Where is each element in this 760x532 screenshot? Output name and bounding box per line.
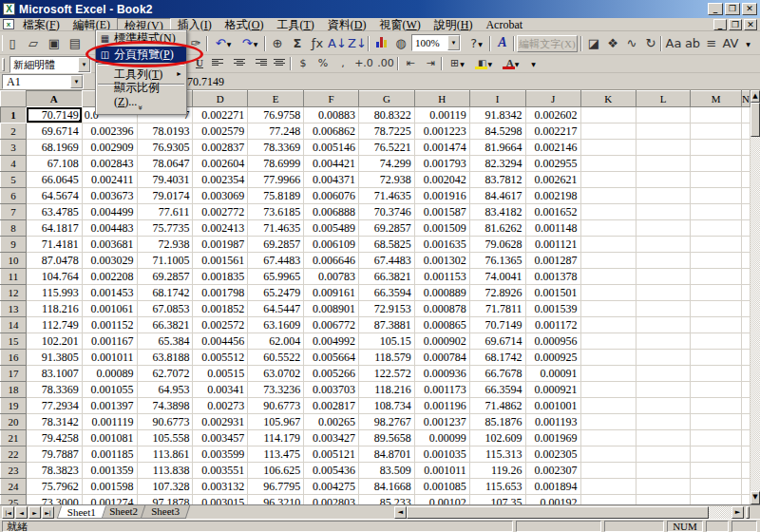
cell[interactable]: 105.15 <box>359 333 415 350</box>
wordart-shape-button[interactable]: ∿ <box>622 34 641 53</box>
cell[interactable]: 107.328 <box>137 479 193 495</box>
cell[interactable] <box>741 204 750 220</box>
cell[interactable]: 75.7962 <box>26 479 82 495</box>
cell[interactable] <box>741 446 750 463</box>
workbook-minimize-button[interactable]: _ <box>713 19 727 30</box>
cell[interactable]: 113.838 <box>137 463 193 479</box>
cell[interactable]: 0.002931 <box>193 414 248 430</box>
cell[interactable]: 108.734 <box>359 398 415 414</box>
free-rotate-button[interactable]: ↻ <box>641 34 660 53</box>
cell[interactable]: 0.001378 <box>525 269 580 285</box>
wordart-vertical-text-button[interactable]: ab <box>683 34 702 53</box>
workbook-restore-button[interactable]: ❐ <box>729 19 742 30</box>
row-header-20[interactable]: 20 <box>1 414 27 430</box>
cell[interactable] <box>580 366 636 382</box>
cell[interactable] <box>636 156 690 172</box>
sort-descending-button[interactable]: Z↓ <box>348 34 367 53</box>
cell[interactable] <box>741 107 750 124</box>
row-header-12[interactable]: 12 <box>1 285 27 301</box>
cell[interactable]: 0.00192 <box>525 495 580 505</box>
column-header-E[interactable]: E <box>248 91 304 107</box>
cell[interactable]: 0.002217 <box>525 124 580 140</box>
cell[interactable]: 90.6773 <box>137 414 193 430</box>
cell[interactable]: 0.00341 <box>193 382 248 398</box>
cell[interactable]: 75.7735 <box>137 220 193 237</box>
cell[interactable]: 0.006076 <box>304 188 359 204</box>
open-button[interactable]: ▱ <box>24 34 43 53</box>
cell[interactable]: 0.003599 <box>193 446 248 463</box>
cell[interactable]: 79.0628 <box>469 237 525 253</box>
cell[interactable] <box>580 253 636 269</box>
cell[interactable] <box>580 414 636 430</box>
cell[interactable] <box>741 188 750 204</box>
undo-button[interactable]: ↶▼ <box>211 34 236 53</box>
save-button[interactable]: ▣ <box>45 34 64 53</box>
cell[interactable]: 0.000925 <box>525 350 580 366</box>
cell[interactable] <box>636 140 690 156</box>
cell[interactable]: 79.7887 <box>26 446 82 463</box>
row-header-6[interactable]: 6 <box>1 188 27 204</box>
cell[interactable]: 0.004275 <box>304 479 359 495</box>
cell[interactable]: 69.6714 <box>26 124 82 140</box>
cell[interactable]: 0.002572 <box>193 317 248 333</box>
cell[interactable]: 0.009161 <box>304 285 359 301</box>
vertical-scrollbar[interactable]: ▲ ▼ <box>750 90 760 504</box>
cell[interactable]: 69.2857 <box>248 237 304 253</box>
cell[interactable]: 0.001474 <box>414 140 469 156</box>
row-header-24[interactable]: 24 <box>1 479 27 495</box>
cell[interactable]: 0.006646 <box>304 253 359 269</box>
cell[interactable]: 0.001081 <box>82 430 137 446</box>
cell[interactable] <box>636 285 690 301</box>
font-color-button[interactable]: A▼ <box>500 56 525 71</box>
cell[interactable]: 0.002604 <box>193 156 248 172</box>
cell[interactable] <box>580 172 636 188</box>
cell[interactable] <box>741 269 750 285</box>
cell[interactable]: 84.5298 <box>469 124 525 140</box>
cell[interactable]: 82.3294 <box>469 156 525 172</box>
wordart-alignment-button[interactable]: ≡ <box>702 34 721 53</box>
wordart-character-spacing-button[interactable]: AV <box>721 34 740 53</box>
row-header-2[interactable]: 2 <box>1 124 27 140</box>
cell[interactable]: 74.0041 <box>469 269 525 285</box>
scroll-right-icon[interactable]: ► <box>732 506 744 519</box>
cell[interactable]: 84.8701 <box>359 446 415 463</box>
cell[interactable]: 0.00883 <box>304 107 359 124</box>
cell[interactable]: 0.001011 <box>82 350 137 366</box>
cell[interactable] <box>636 366 690 382</box>
cell[interactable] <box>636 204 690 220</box>
cell[interactable]: 0.003551 <box>193 463 248 479</box>
cell[interactable]: 0.004456 <box>193 333 248 350</box>
cell[interactable] <box>741 156 750 172</box>
cell[interactable]: 0.003069 <box>193 188 248 204</box>
cell[interactable]: 0.003457 <box>193 430 248 446</box>
cell[interactable]: 118.216 <box>359 382 415 398</box>
cell[interactable] <box>741 124 750 140</box>
cell[interactable]: 0.002354 <box>193 172 248 188</box>
cell[interactable]: 0.001167 <box>82 333 137 350</box>
cell[interactable]: 87.0478 <box>26 253 82 269</box>
cell[interactable] <box>580 237 636 253</box>
row-header-4[interactable]: 4 <box>1 156 27 172</box>
font-name-combo[interactable]: 新細明體▼ <box>10 56 91 73</box>
column-header-H[interactable]: H <box>414 91 469 107</box>
font-name-dropdown-icon[interactable]: ▼ <box>78 57 90 72</box>
menu-window[interactable]: 視窗(W) <box>372 18 427 30</box>
tab-scroll-last-icon[interactable]: ►| <box>42 506 54 519</box>
cell[interactable] <box>636 495 690 505</box>
cell[interactable]: 0.001001 <box>525 398 580 414</box>
borders-button[interactable]: ⊞▼ <box>445 56 470 71</box>
acrobat-button[interactable]: A <box>493 34 512 53</box>
cell[interactable] <box>691 398 742 414</box>
cell[interactable] <box>580 479 636 495</box>
cell[interactable] <box>741 172 750 188</box>
cell[interactable]: 0.000902 <box>414 333 469 350</box>
cell[interactable]: 0.001916 <box>414 188 469 204</box>
cell[interactable] <box>636 124 690 140</box>
cell[interactable]: 107.35 <box>469 495 525 505</box>
tab-split-handle[interactable] <box>746 506 750 519</box>
cell[interactable] <box>580 301 636 317</box>
cell[interactable] <box>580 285 636 301</box>
cell[interactable] <box>636 301 690 317</box>
cell[interactable]: 71.7811 <box>469 301 525 317</box>
cell[interactable]: 63.0702 <box>248 366 304 382</box>
